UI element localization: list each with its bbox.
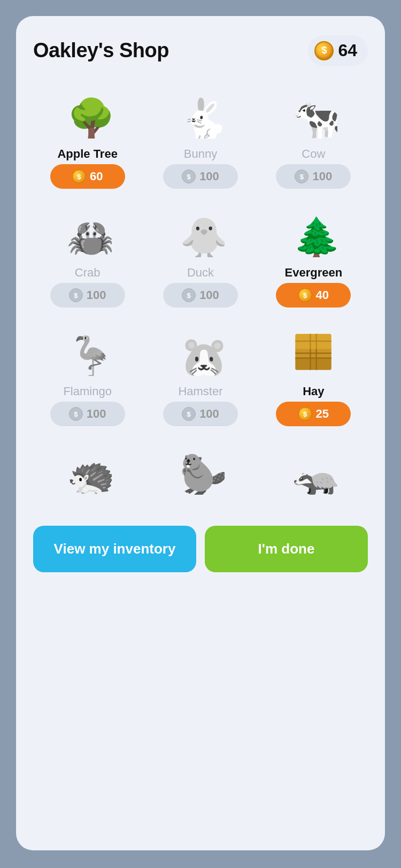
- price-coin-duck: $: [182, 288, 196, 302]
- svg-text:🦩: 🦩: [66, 334, 111, 376]
- item-cell-bunny: 🐇Bunny$100: [146, 81, 255, 193]
- phone-container: Oakley's Shop $ 64 🌳Apple Tree$60🐇Bunny$…: [0, 0, 401, 868]
- price-value-hay: 25: [316, 407, 329, 421]
- svg-text:🦡: 🦡: [292, 452, 337, 495]
- price-coin-hamster: $: [182, 407, 196, 421]
- item-cell-apple-tree: 🌳Apple Tree$60: [33, 81, 142, 193]
- shop-card: Oakley's Shop $ 64 🌳Apple Tree$60🐇Bunny$…: [16, 16, 385, 850]
- price-value-crab: 100: [87, 288, 106, 302]
- price-btn-cow[interactable]: $100: [276, 164, 351, 189]
- items-grid: 🌳Apple Tree$60🐇Bunny$100🐄Cow$100🦀Crab$10…: [33, 81, 368, 504]
- price-coin-apple-tree: $: [72, 170, 86, 183]
- item-cell-flamingo: 🦩Flamingo$100: [33, 318, 142, 431]
- item-name-duck: Duck: [187, 266, 214, 280]
- price-value-duck: 100: [199, 288, 219, 302]
- svg-text:🐄: 🐄: [292, 96, 337, 139]
- item-cell-hamster: 🐹Hamster$100: [146, 318, 255, 431]
- svg-text:🦫: 🦫: [180, 452, 225, 495]
- action-buttons: View my inventory I'm done: [33, 526, 368, 572]
- coin-badge: $ 64: [308, 35, 368, 66]
- price-btn-bunny[interactable]: $100: [163, 164, 238, 189]
- price-coin-flamingo: $: [69, 407, 83, 421]
- item-art-cow: 🐄: [284, 85, 343, 144]
- svg-text:🐹: 🐹: [180, 334, 225, 376]
- price-coin-cow: $: [295, 170, 309, 183]
- item-name-flamingo: Flamingo: [63, 385, 111, 398]
- item-art-hay: [284, 322, 343, 381]
- svg-text:🦔: 🦔: [66, 452, 111, 495]
- svg-text:🌲: 🌲: [292, 215, 337, 257]
- price-value-apple-tree: 60: [90, 170, 103, 183]
- price-btn-apple-tree[interactable]: $60: [50, 164, 125, 189]
- item-art-partial2: 🦫: [171, 441, 230, 500]
- svg-text:🐥: 🐥: [180, 215, 225, 257]
- item-cell-hay: Hay$25: [259, 318, 368, 431]
- item-name-cow: Cow: [302, 147, 325, 161]
- item-cell-duck: 🐥Duck$100: [146, 199, 255, 312]
- price-coin-crab: $: [69, 288, 83, 302]
- price-btn-hamster[interactable]: $100: [163, 402, 238, 426]
- im-done-button[interactable]: I'm done: [205, 526, 368, 572]
- item-art-flamingo: 🦩: [58, 322, 117, 381]
- header: Oakley's Shop $ 64: [33, 35, 368, 66]
- shop-title: Oakley's Shop: [33, 39, 169, 62]
- price-value-bunny: 100: [199, 170, 219, 183]
- item-cell-evergreen: 🌲Evergreen$40: [259, 199, 368, 312]
- header-coin-amount: 64: [338, 41, 357, 60]
- item-cell-partial3: 🦡: [259, 437, 368, 504]
- item-art-duck: 🐥: [171, 204, 230, 263]
- item-name-apple-tree: Apple Tree: [57, 147, 117, 161]
- item-art-apple-tree: 🌳: [58, 85, 117, 144]
- item-cell-crab: 🦀Crab$100: [33, 199, 142, 312]
- price-btn-evergreen[interactable]: $40: [276, 283, 351, 308]
- svg-rect-9: [296, 358, 332, 370]
- price-coin-bunny: $: [182, 170, 196, 183]
- price-value-hamster: 100: [199, 407, 219, 421]
- price-btn-duck[interactable]: $100: [163, 283, 238, 308]
- item-name-crab: Crab: [75, 266, 101, 280]
- item-name-bunny: Bunny: [184, 147, 217, 161]
- svg-text:🐇: 🐇: [180, 96, 225, 139]
- svg-text:🦀: 🦀: [66, 215, 111, 257]
- price-value-flamingo: 100: [87, 407, 106, 421]
- price-value-cow: 100: [312, 170, 332, 183]
- item-cell-partial1: 🦔: [33, 437, 142, 504]
- item-art-partial1: 🦔: [58, 441, 117, 500]
- item-art-crab: 🦀: [58, 204, 117, 263]
- price-coin-hay: $: [298, 407, 312, 421]
- item-name-evergreen: Evergreen: [285, 266, 343, 280]
- price-btn-hay[interactable]: $25: [276, 402, 351, 426]
- header-coin-icon: $: [314, 41, 334, 60]
- price-coin-evergreen: $: [298, 288, 312, 302]
- price-value-evergreen: 40: [316, 288, 329, 302]
- item-name-hamster: Hamster: [178, 385, 222, 398]
- view-inventory-button[interactable]: View my inventory: [33, 526, 196, 572]
- svg-text:🌳: 🌳: [66, 96, 111, 139]
- item-name-hay: Hay: [303, 385, 324, 398]
- item-art-evergreen: 🌲: [284, 204, 343, 263]
- item-art-hamster: 🐹: [171, 322, 230, 381]
- item-art-partial3: 🦡: [284, 441, 343, 500]
- price-btn-crab[interactable]: $100: [50, 283, 125, 308]
- item-cell-partial2: 🦫: [146, 437, 255, 504]
- price-btn-flamingo[interactable]: $100: [50, 402, 125, 426]
- item-cell-cow: 🐄Cow$100: [259, 81, 368, 193]
- item-art-bunny: 🐇: [171, 85, 230, 144]
